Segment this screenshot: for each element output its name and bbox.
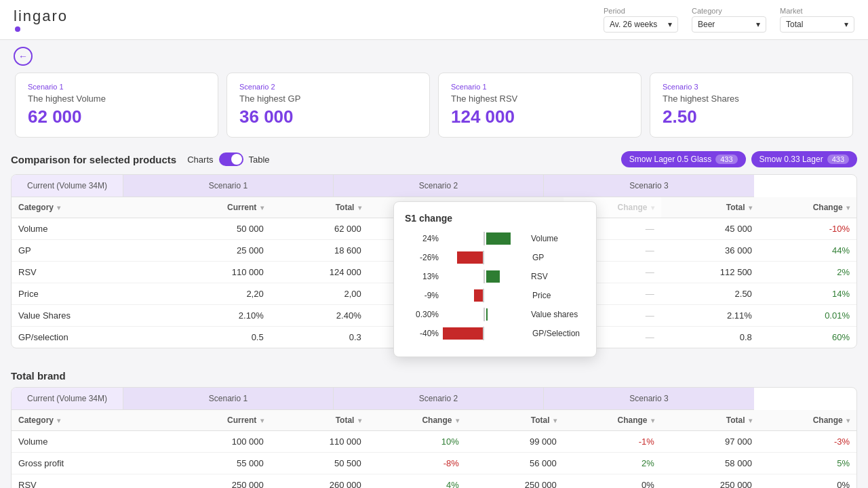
toggle-charts-label: Charts [187,155,213,165]
category-select[interactable]: Beer ▾ [692,16,766,33]
logo-text: lingaro [14,7,68,32]
th-s3-change: Change ▾ [759,197,856,218]
chart-bar-row: 0.30% Value shares [405,308,585,321]
total-brand-title: Total brand [0,365,868,387]
summary-card-0: Scenario 1 The highest Volume 62 000 [15,73,218,138]
total-brand-section: Current (Volume 34M) Scenario 1 Scenario… [0,387,868,488]
section-header: Comparison for selected products Charts … [11,151,857,167]
tb-col-header-s3: Scenario 3 [544,388,754,410]
table-row: Volume 100 000 110 000 10% 99 000 -1% 97… [12,431,856,453]
col-header-s1: Scenario 1 [123,175,334,197]
card-scenario-2: Scenario 1 [451,83,629,91]
card-title-1: The highest GP [239,94,417,104]
tb-th-s2-total: Total ▾ [466,410,564,431]
tb-col-group-headers: Current (Volume 34M) Scenario 1 Scenario… [12,388,856,410]
tb-col-header-s2: Scenario 2 [334,388,544,410]
table-row: RSV 250 000 260 000 4% 250 000 0% 250 00… [12,474,856,489]
toggle-table-label: Table [249,155,270,165]
total-brand-data-table: Category ▾ Current ▾ Total ▾ Change ▾ To… [12,410,856,488]
product-tag-2-count: 433 [827,155,849,164]
col-header-s2: Scenario 2 [334,175,544,197]
th-s3-total: Total ▾ [661,197,759,218]
category-value: Beer [698,20,715,29]
chart-bar-row: -26% GP [405,251,585,264]
tb-th-s3-total: Total ▾ [661,410,759,431]
th-s1-total: Total ▾ [271,197,368,218]
market-control: Market Total ▾ [780,7,854,33]
th-current: Current ▾ [173,197,271,218]
toggle-group: Charts Table [187,152,269,166]
chevron-down-icon: ▾ [668,20,672,29]
total-brand-table-container: Current (Volume 34M) Scenario 1 Scenario… [11,387,857,488]
tb-th-s2-change: Change ▾ [564,410,661,431]
tb-th-s1-total: Total ▾ [271,410,368,431]
market-select[interactable]: Total ▾ [780,16,854,33]
card-title-3: The highest Shares [663,94,840,104]
comparison-title: Comparison for selected products [11,154,176,165]
main-table-wrapper: Current (Volume 34M) Scenario 1 Scenario… [11,174,857,348]
header-controls: Period Av. 26 weeks ▾ Category Beer ▾ Ma… [604,7,854,33]
product-tag-2[interactable]: Smow 0.33 Lager 433 [751,151,857,167]
back-button-container: ← [0,40,868,73]
summary-card-3: Scenario 3 The highest Shares 2.50 [650,73,853,138]
category-control: Category Beer ▾ [692,7,766,33]
product-tag-1[interactable]: Smow Lager 0.5 Glass 433 [621,151,746,167]
tooltip-title: S1 change [405,213,585,224]
tb-th-s1-change: Change ▾ [368,410,466,431]
tooltip-popup: S1 change 24% Volume -26% GP 13% [393,201,597,357]
th-category: Category ▾ [12,197,173,218]
logo-dot [15,26,20,32]
card-title-2: The highest RSV [451,94,629,104]
chart-table-toggle[interactable] [219,152,243,166]
chevron-down-icon: ▾ [756,20,760,29]
card-value-2: 124 000 [451,106,629,127]
product-tag-1-count: 433 [715,155,737,164]
toggle-knob [231,154,242,165]
tb-col-header-s1: Scenario 1 [123,388,334,410]
card-value-3: 2.50 [663,106,840,127]
chart-bar-row: 13% RSV [405,270,585,283]
summary-card-2: Scenario 1 The highest RSV 124 000 [438,73,642,138]
product-tag-2-label: Smow 0.33 Lager [760,155,823,164]
period-value: Av. 26 weeks [610,20,657,29]
category-label: Category [692,7,722,15]
summary-card-1: Scenario 2 The highest GP 36 000 [226,73,430,138]
period-label: Period [604,7,625,15]
period-control: Period Av. 26 weeks ▾ [604,7,678,33]
summary-cards: Scenario 1 The highest Volume 62 000 Sce… [0,73,868,146]
chart-bar-row: -40% GP/Selection [405,327,585,340]
table-row: Gross profit 55 000 50 500 -8% 56 000 2%… [12,453,856,474]
logo: lingaro [14,7,68,32]
card-value-0: 62 000 [28,106,205,127]
tb-th-category: Category ▾ [12,410,173,431]
card-title-0: The highest Volume [28,94,205,104]
market-value: Total [786,20,803,29]
chart-bar-row: 24% Volume [405,232,585,245]
col-header-s3: Scenario 3 [544,175,754,197]
col-group-headers: Current (Volume 34M) Scenario 1 Scenario… [12,175,856,197]
tb-th-current: Current ▾ [173,410,271,431]
chevron-down-icon: ▾ [844,20,848,29]
product-tags: Smow Lager 0.5 Glass 433 Smow 0.33 Lager… [621,151,857,167]
col-header-current: Current (Volume 34M) [12,175,123,197]
back-button[interactable]: ← [14,47,33,66]
comparison-section: Comparison for selected products Charts … [0,146,868,365]
header: lingaro Period Av. 26 weeks ▾ Category B… [0,0,868,40]
period-select[interactable]: Av. 26 weeks ▾ [604,16,678,33]
card-scenario-3: Scenario 3 [663,83,840,91]
chart-bar-row: -9% Price [405,289,585,302]
tooltip-chart: 24% Volume -26% GP 13% RSV [405,232,585,340]
tb-col-header-current: Current (Volume 34M) [12,388,123,410]
product-tag-1-label: Smow Lager 0.5 Glass [629,155,711,164]
card-value-1: 36 000 [239,106,417,127]
card-scenario-0: Scenario 1 [28,83,205,91]
card-scenario-1: Scenario 2 [239,83,417,91]
market-label: Market [780,7,803,15]
tb-th-s3-change: Change ▾ [759,410,856,431]
